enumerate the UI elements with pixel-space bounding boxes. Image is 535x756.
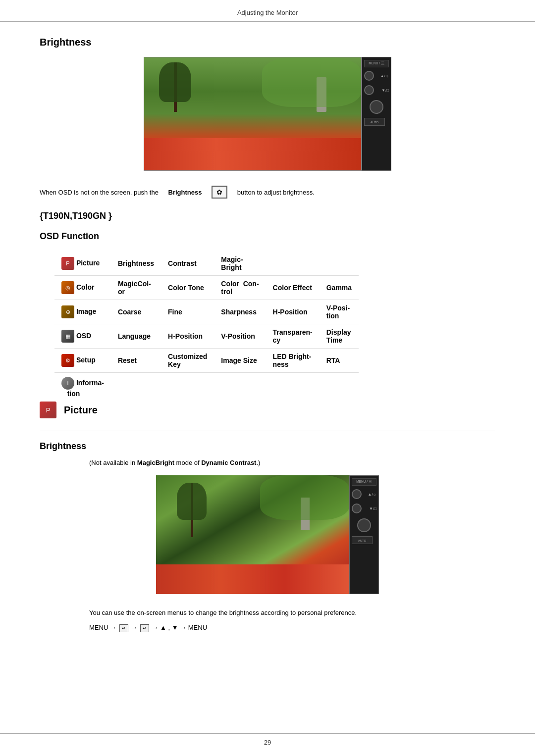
note-text-1: (Not available in <box>89 459 135 466</box>
menu-nav: MENU → ↵ → ↵ → ▲ , ▼ → MENU <box>89 624 495 632</box>
page-number: 29 <box>264 739 271 746</box>
picture-section-header: P Picture <box>40 402 495 418</box>
nav-enter-icon-2: ↵ <box>140 624 149 632</box>
osd-cell-info5 <box>266 373 320 402</box>
header-title: Adjusting the Monitor <box>237 9 298 16</box>
osd-cell-p5 <box>266 252 320 276</box>
sidebar2-enter-row <box>352 517 376 534</box>
osd-cell-sharpness: Sharpness <box>214 300 266 324</box>
menu-label-2: MENU / 三 <box>352 478 376 486</box>
osd-cell-coarse: Coarse <box>111 300 161 324</box>
image-menu-label: Image <box>76 307 96 315</box>
sidebar2-down-btn[interactable] <box>352 504 362 513</box>
osd-icon: ▦ <box>61 330 74 343</box>
note-mid: mode of <box>176 459 200 466</box>
volume2-symbol: ▼/□ <box>369 506 376 511</box>
magic-bright-bold: MagicBright <box>137 459 174 466</box>
info-icon: i <box>61 377 74 390</box>
osd-cell-gamma: Gamma <box>320 276 359 300</box>
monitor-display-2: MENU / 三 ▲/☼ ▼/□ AUTO <box>156 475 379 594</box>
auto-btn-2[interactable]: AUTO <box>352 536 373 544</box>
osd-row-osd: ▦ OSD Language H-Position V-Position Tra… <box>54 324 359 349</box>
osd-table: P Picture Brightness Contrast Magic-Brig… <box>54 252 359 402</box>
osd-cell-coloreffect: Color Effect <box>266 276 320 300</box>
page-content: Brightness MENU / 三 <box>0 22 535 662</box>
tree-decoration <box>174 62 177 112</box>
menu-label-1: MENU / 三 <box>364 60 389 67</box>
monitor-image-2-container: MENU / 三 ▲/☼ ▼/□ AUTO <box>40 475 495 594</box>
enter-btn[interactable] <box>370 100 383 114</box>
sidebar2-down-row: ▼/□ <box>352 503 376 514</box>
brightness-button-icon <box>212 186 227 199</box>
tree2-trunk <box>191 483 193 537</box>
sidebar2-up-row: ▲/☼ <box>352 488 376 500</box>
osd-cell-vposition: V-Posi-tion <box>320 300 359 324</box>
osd-row-setup: ⚙ Setup Reset CustomizedKey Image Size L… <box>54 349 359 373</box>
brightness-sub-title: Brightness <box>40 441 495 452</box>
color-menu-label: Color <box>76 283 95 291</box>
image-icon: ⊕ <box>61 305 74 318</box>
nav-enter-icon-1: ↵ <box>119 624 128 632</box>
osd-cell-magiccol: MagicCol-or <box>111 276 161 300</box>
picture-icon: P <box>61 257 74 270</box>
osd-cell-language: Language <box>111 324 161 349</box>
monitor-screen-2 <box>156 475 349 594</box>
osd-row-picture: P Picture Brightness Contrast Magic-Brig… <box>54 252 359 276</box>
section-brightness-top: Brightness MENU / 三 <box>40 37 495 199</box>
osd-cell-reset: Reset <box>111 349 161 373</box>
auto-btn-1[interactable]: AUTO <box>364 118 385 126</box>
sidebar-down-btn[interactable] <box>364 85 374 95</box>
osd-cell-hpos: H-Position <box>161 324 214 349</box>
note-end: .) <box>256 459 260 466</box>
monitor-screen-1 <box>144 57 362 171</box>
volume-symbol: ▼/□ <box>381 88 389 93</box>
osd-cell-info4 <box>214 373 266 402</box>
osd-cell-hposition: H-Position <box>266 300 320 324</box>
osd-cell-rta: RTA <box>320 349 359 373</box>
flowers-decoration <box>144 138 361 170</box>
sidebar-up-btn[interactable] <box>364 71 374 81</box>
osd-note-text: When OSD is not on the screen, push the <box>40 189 159 196</box>
model-title: {T190N,T190GN } <box>40 211 495 221</box>
sidebar2-up-btn[interactable] <box>352 489 362 499</box>
osd-cell-colortrol: Color Con-trol <box>214 276 266 300</box>
osd-cell-color: ◎ Color <box>54 276 111 300</box>
osd-note: When OSD is not on the screen, push the … <box>40 186 495 199</box>
osd-table-wrapper: P Picture Brightness Contrast Magic-Brig… <box>50 252 495 402</box>
color-icon: ◎ <box>61 281 74 294</box>
enter-btn-2[interactable] <box>357 518 371 532</box>
brightness2-symbol: ▲/☼ <box>368 492 376 497</box>
picture-menu-label: Picture <box>76 259 100 267</box>
osd-cell-picture: P Picture <box>54 252 111 276</box>
foliage2 <box>260 475 349 520</box>
monitor-screen-inner-2 <box>156 475 349 594</box>
flowers2 <box>156 564 349 594</box>
osd-cell-info: i Informa- tion <box>54 373 111 402</box>
osd-note-text2: button to adjust brightness. <box>237 189 315 196</box>
osd-row-color: ◎ Color MagicCol-or Color Tone Color Con… <box>54 276 359 300</box>
page-header: Adjusting the Monitor <box>0 0 535 22</box>
setup-icon: ⚙ <box>61 354 74 367</box>
monitor-sidebar-1: MENU / 三 ▲/☼ ▼/□ AUTO <box>362 57 391 171</box>
tree-top-decoration <box>159 62 191 102</box>
monitor-sidebar-2: MENU / 三 ▲/☼ ▼/□ AUTO <box>349 475 379 594</box>
osd-cell-p6 <box>320 252 359 276</box>
picture-section-title: Picture <box>64 404 98 416</box>
brightness-symbol: ▲/☼ <box>380 74 389 78</box>
osd-brightness-bold: Brightness <box>168 189 202 196</box>
tree2-top <box>177 483 207 520</box>
setup-menu-label: Setup <box>76 356 96 364</box>
osd-cell-brightness: Brightness <box>111 252 161 276</box>
osd-cell-contrast: Contrast <box>161 252 214 276</box>
page-footer: 29 <box>0 733 535 746</box>
brightness-description: You can use the on-screen menus to chang… <box>89 609 495 616</box>
osd-function-title: OSD Function <box>40 231 495 242</box>
osd-cell-customkey: CustomizedKey <box>161 349 214 373</box>
osd-cell-osd: ▦ OSD <box>54 324 111 349</box>
osd-cell-displaytime: DisplayTime <box>320 324 359 349</box>
osd-cell-magic-bright: Magic-Bright <box>214 252 266 276</box>
monitor-image-1-container: MENU / 三 ▲/☼ ▼/□ AUTO <box>40 57 495 171</box>
divider-1 <box>40 431 495 431</box>
osd-cell-transparency: Transparen-cy <box>266 324 320 349</box>
osd-cell-imagesize: Image Size <box>214 349 266 373</box>
